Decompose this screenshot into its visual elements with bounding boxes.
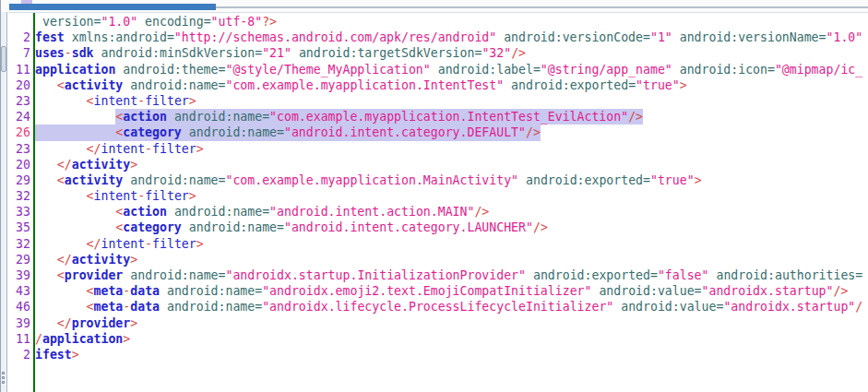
token-op: ?> [262,15,277,29]
token-pl [35,173,57,187]
splitter-grip-dot[interactable] [2,372,5,374]
token-elb: application [35,63,115,77]
code-line-text: <action android:name="com.example.myappl… [35,110,643,124]
code-line[interactable]: <category android:name="android.intent.c… [35,125,868,140]
token-str: "false" [658,268,709,282]
code-line[interactable]: <activity android:name="com.example.myap… [35,77,868,93]
active-tab-highlight-bar[interactable] [9,4,216,10]
token-op: < [57,78,65,92]
token-elb: meta [94,284,124,298]
splitter-grip-dot[interactable] [2,376,5,379]
code-line[interactable]: application android:theme="@style/Theme_… [35,62,868,77]
token-attr: xmlns:android= [65,30,174,44]
token-str: "@string/app_name" [541,63,672,77]
token-op: /> [628,110,643,124]
token-attr: android:targetSdkVersion= [291,46,482,60]
token-op: / [855,300,862,314]
code-line-text: fest xmlns:android="http://schemas.andro… [35,30,862,44]
code-line[interactable]: <category android:name="android.intent.c… [35,220,868,235]
token-pl [35,268,57,282]
token-op: < [87,94,94,108]
side-panel-scrollbar-thumb[interactable] [1,46,6,72]
token-elb: meta [94,300,124,314]
token-el: filter [145,94,189,108]
token-str: "android.intent.category.DEFAULT" [284,125,526,139]
line-number: 26 [8,125,33,140]
code-line-text: </provider> [35,316,137,330]
token-op: /> [833,284,848,298]
token-str: "1.0" [101,15,137,29]
code-line[interactable]: <meta-data android:name="androidx.emoji2… [35,283,868,299]
token-el: filter [152,237,196,251]
line-number: 29 [8,172,33,188]
token-attr: android:name= [123,78,225,92]
line-number: 46 [8,299,33,315]
token-attr: android:versionCode= [496,30,650,44]
token-elb: ifest [35,348,72,362]
code-line[interactable]: <meta-data android:name="androidx.lifecy… [35,299,868,315]
token-el: intent [94,189,138,203]
splitter-grip-dot[interactable] [2,381,5,384]
code-line[interactable]: version="1.0" encoding="utf-8"?> [35,14,868,30]
token-attr: android:authorities= [709,268,863,282]
code-line[interactable]: <provider android:name="androidx.startup… [35,267,868,283]
token-attr: android:exported= [526,268,658,282]
token-attr: android:value= [613,300,723,314]
token-elb: activity [65,78,124,92]
code-line[interactable]: <action android:name="com.example.myappl… [35,109,868,125]
code-line[interactable]: <activity android:name="com.example.myap… [35,172,868,188]
line-number [8,14,33,30]
line-number: 43 [8,283,33,299]
token-op: - [137,189,145,203]
token-attr: android:exported= [504,78,636,92]
code-line-text: <intent-filter> [35,94,196,108]
xml-code-editor[interactable]: 271120232426232029323335322939434639112 … [8,12,868,392]
code-line[interactable]: </intent-filter> [35,236,868,252]
token-str: "androidx.startup.InitializationProvider… [225,268,526,282]
token-op: > [130,253,137,267]
token-op: - [137,94,145,108]
code-line-text: </activity> [35,253,137,267]
token-op: </ [57,158,72,172]
code-line-text: <activity android:name="com.example.myap… [35,78,687,92]
token-attr: android:name= [182,125,284,139]
code-line[interactable]: </intent-filter> [35,141,868,157]
code-line-text: /application> [35,332,130,346]
tab-bar-rail [216,6,868,8]
code-line[interactable]: ifest> [35,347,868,362]
token-pl [35,237,87,251]
code-line[interactable]: </activity> [35,157,868,172]
line-number: 2 [8,347,33,362]
token-str: "http://schemas.android.com/apk/res/andr… [174,30,496,44]
token-elb: data [130,300,160,314]
token-elb: fest [35,30,65,44]
token-op: </ [57,253,72,267]
code-line-text: <activity android:name="com.example.myap… [35,173,702,187]
code-line[interactable]: /application> [35,331,868,347]
line-number: 32 [8,236,33,252]
token-elb: sdk [72,46,94,60]
token-elb: category [123,220,182,234]
code-text-area[interactable]: version="1.0" encoding="utf-8"?>fest xml… [33,13,868,392]
token-elb: action [123,110,167,124]
code-line[interactable]: fest xmlns:android="http://schemas.andro… [35,30,868,45]
token-op: > [196,142,204,156]
code-line[interactable]: <intent-filter> [35,93,868,109]
code-line[interactable]: uses-sdk android:minSdkVersion="21" andr… [35,45,868,61]
line-number: 7 [8,45,33,61]
token-str: "@style/Theme_MyApplication" [225,63,430,77]
code-line[interactable]: </provider> [35,315,868,331]
token-str: "utf-8" [211,15,263,29]
token-el: filter [145,189,189,203]
code-line[interactable]: <action android:name="android.intent.act… [35,204,868,220]
token-attr: android:name= [182,220,284,234]
code-line[interactable]: </activity> [35,252,868,267]
token-elb: provider [72,316,131,330]
token-str: "true" [650,173,695,187]
token-pl [35,220,115,234]
token-pl [35,94,87,108]
line-number: 29 [8,252,33,267]
token-op: / [35,332,42,346]
token-str: "com.example.myapplication.IntentTest" [225,78,504,92]
code-line[interactable]: <intent-filter> [35,188,868,204]
